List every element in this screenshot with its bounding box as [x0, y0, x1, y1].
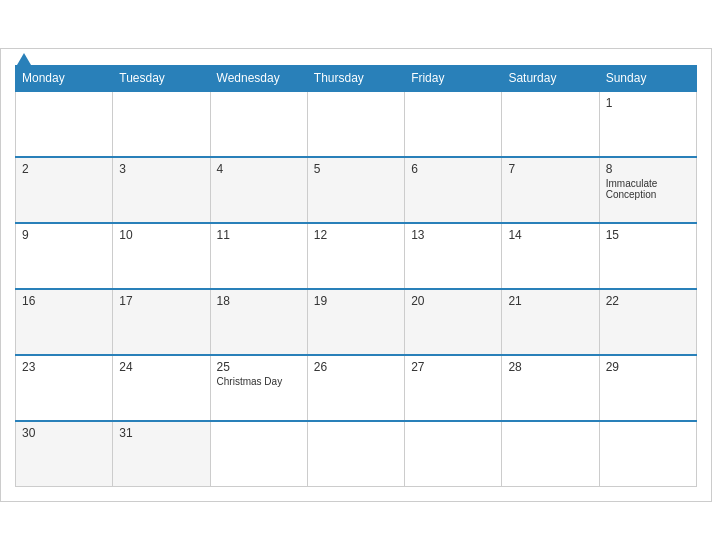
- day-number: 20: [411, 294, 495, 308]
- calendar-cell: 23: [16, 355, 113, 421]
- holiday-text: Christmas Day: [217, 376, 301, 387]
- calendar-cell: 15: [599, 223, 696, 289]
- calendar-cell: 31: [113, 421, 210, 487]
- calendar-cell: [210, 421, 307, 487]
- calendar-cell: 26: [307, 355, 404, 421]
- calendar-cell: 11: [210, 223, 307, 289]
- week-row-4: 16171819202122: [16, 289, 697, 355]
- day-number: 2: [22, 162, 106, 176]
- calendar-cell: [210, 91, 307, 157]
- calendar-cell: 18: [210, 289, 307, 355]
- calendar-cell: 21: [502, 289, 599, 355]
- calendar-cell: [502, 421, 599, 487]
- day-number: 11: [217, 228, 301, 242]
- calendar-cell: 12: [307, 223, 404, 289]
- calendar-cell: 29: [599, 355, 696, 421]
- calendar-cell: 8Immaculate Conception: [599, 157, 696, 223]
- calendar-cell: [599, 421, 696, 487]
- day-number: 7: [508, 162, 592, 176]
- day-number: 31: [119, 426, 203, 440]
- day-number: 6: [411, 162, 495, 176]
- calendar-cell: 27: [405, 355, 502, 421]
- day-number: 14: [508, 228, 592, 242]
- day-number: 12: [314, 228, 398, 242]
- day-number: 13: [411, 228, 495, 242]
- week-row-3: 9101112131415: [16, 223, 697, 289]
- calendar-cell: [113, 91, 210, 157]
- logo: [15, 53, 31, 65]
- day-number: 19: [314, 294, 398, 308]
- week-row-1: 1: [16, 91, 697, 157]
- day-number: 3: [119, 162, 203, 176]
- calendar-cell: 13: [405, 223, 502, 289]
- calendar-cell: [405, 91, 502, 157]
- weekday-header-sunday: Sunday: [599, 65, 696, 91]
- day-number: 30: [22, 426, 106, 440]
- calendar-cell: [307, 421, 404, 487]
- calendar-table: MondayTuesdayWednesdayThursdayFridaySatu…: [15, 65, 697, 488]
- day-number: 18: [217, 294, 301, 308]
- weekday-header-monday: Monday: [16, 65, 113, 91]
- calendar-cell: 5: [307, 157, 404, 223]
- weekday-header-wednesday: Wednesday: [210, 65, 307, 91]
- calendar-cell: 20: [405, 289, 502, 355]
- day-number: 27: [411, 360, 495, 374]
- calendar-cell: 4: [210, 157, 307, 223]
- day-number: 22: [606, 294, 690, 308]
- calendar-wrapper: MondayTuesdayWednesdayThursdayFridaySatu…: [0, 48, 712, 503]
- calendar-cell: 3: [113, 157, 210, 223]
- day-number: 8: [606, 162, 690, 176]
- day-number: 9: [22, 228, 106, 242]
- day-number: 16: [22, 294, 106, 308]
- holiday-text: Immaculate Conception: [606, 178, 690, 200]
- calendar-cell: 24: [113, 355, 210, 421]
- calendar-cell: [405, 421, 502, 487]
- day-number: 21: [508, 294, 592, 308]
- calendar-cell: 22: [599, 289, 696, 355]
- calendar-cell: 14: [502, 223, 599, 289]
- day-number: 29: [606, 360, 690, 374]
- logo-triangle-icon: [17, 53, 31, 65]
- calendar-cell: 19: [307, 289, 404, 355]
- week-row-2: 2345678Immaculate Conception: [16, 157, 697, 223]
- calendar-cell: [502, 91, 599, 157]
- calendar-cell: 10: [113, 223, 210, 289]
- day-number: 10: [119, 228, 203, 242]
- day-number: 23: [22, 360, 106, 374]
- day-number: 24: [119, 360, 203, 374]
- day-number: 4: [217, 162, 301, 176]
- day-number: 17: [119, 294, 203, 308]
- weekday-header-thursday: Thursday: [307, 65, 404, 91]
- week-row-5: 232425Christmas Day26272829: [16, 355, 697, 421]
- calendar-cell: 6: [405, 157, 502, 223]
- calendar-cell: 7: [502, 157, 599, 223]
- weekday-header-saturday: Saturday: [502, 65, 599, 91]
- weekday-header-friday: Friday: [405, 65, 502, 91]
- weekday-header-tuesday: Tuesday: [113, 65, 210, 91]
- day-number: 28: [508, 360, 592, 374]
- calendar-cell: 9: [16, 223, 113, 289]
- calendar-cell: [307, 91, 404, 157]
- day-number: 15: [606, 228, 690, 242]
- calendar-cell: 17: [113, 289, 210, 355]
- calendar-cell: 16: [16, 289, 113, 355]
- calendar-cell: 28: [502, 355, 599, 421]
- day-number: 1: [606, 96, 690, 110]
- day-number: 25: [217, 360, 301, 374]
- calendar-cell: 2: [16, 157, 113, 223]
- calendar-cell: 30: [16, 421, 113, 487]
- calendar-cell: [16, 91, 113, 157]
- day-number: 5: [314, 162, 398, 176]
- day-number: 26: [314, 360, 398, 374]
- calendar-cell: 25Christmas Day: [210, 355, 307, 421]
- weekday-header-row: MondayTuesdayWednesdayThursdayFridaySatu…: [16, 65, 697, 91]
- calendar-cell: 1: [599, 91, 696, 157]
- week-row-6: 3031: [16, 421, 697, 487]
